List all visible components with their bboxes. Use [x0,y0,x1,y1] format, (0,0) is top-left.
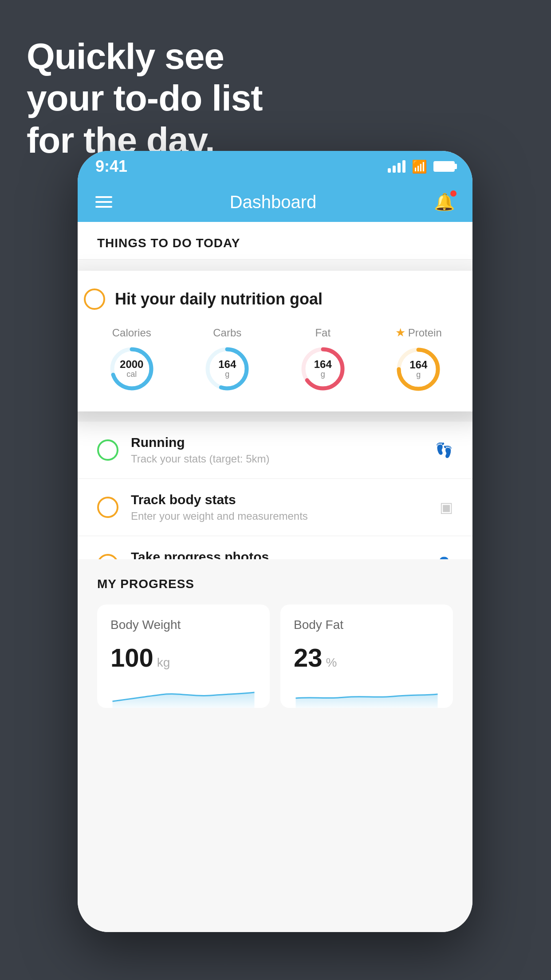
status-bar: 9:41 📶 [78,151,472,182]
section-header: THINGS TO DO TODAY [78,222,472,260]
ring-container-protein: 164 g [394,345,443,394]
headline-line2: your to-do list [27,77,263,119]
ring-calories: Calories 2000 cal [107,327,156,393]
nutrition-rings: Calories 2000 cal [84,326,466,394]
progress-cards: Body Weight 100 kg [97,605,453,708]
body-stats-subtitle: Enter your weight and measurements [131,510,427,522]
nutrition-checkbox[interactable] [84,288,105,310]
notification-dot [450,190,457,197]
scale-icon: ▣ [440,499,453,516]
running-checkbox[interactable] [97,439,118,461]
body-weight-label: Body Weight [110,618,256,632]
ring-protein: ★ Protein 164 g [394,326,443,394]
nav-title: Dashboard [230,192,317,212]
phone-content: THINGS TO DO TODAY Hit your daily nutrit… [78,222,472,932]
star-icon: ★ [395,326,405,340]
shoe-icon: 👣 [435,442,453,458]
nutrition-card-title: Hit your daily nutrition goal [115,290,323,308]
weight-sparkline [110,681,256,708]
ring-container-fat: 164 g [299,344,347,393]
ring-container-calories: 2000 cal [107,344,156,393]
top-nav: Dashboard 🔔 [78,182,472,222]
menu-button[interactable] [95,196,112,208]
section-header-text: THINGS TO DO TODAY [97,236,240,250]
ring-label-carbs: Carbs [213,327,241,339]
phone-frame: 9:41 📶 Dashboard 🔔 [78,151,472,932]
headline: Quickly see your to-do list for the day. [27,36,263,161]
card-title-row: Hit your daily nutrition goal [84,288,466,310]
ring-fat: Fat 164 g [299,327,347,393]
body-fat-unit: % [326,656,337,670]
ring-label-calories: Calories [112,327,151,339]
body-stats-checkbox[interactable] [97,497,118,518]
list-item-running[interactable]: Running Track your stats (target: 5km) 👣 [78,422,472,479]
ring-label-fat: Fat [315,327,331,339]
headline-line1: Quickly see [27,36,263,77]
status-time: 9:41 [95,157,127,176]
nutrition-card: Hit your daily nutrition goal Calories 2 [78,271,472,411]
body-stats-title: Track body stats [131,492,427,507]
ring-label-protein: ★ Protein [395,326,442,340]
ring-carbs: Carbs 164 g [203,327,252,393]
progress-card-weight: Body Weight 100 kg [97,605,270,708]
running-title: Running [131,435,423,450]
body-weight-value: 100 [110,643,153,672]
signal-icon [388,160,405,173]
progress-title: MY PROGRESS [97,577,453,591]
ring-container-carbs: 164 g [203,344,252,393]
body-fat-value: 23 [294,643,323,672]
fat-sparkline [294,681,440,708]
running-subtitle: Track your stats (target: 5km) [131,453,423,465]
status-icons: 📶 [388,159,455,174]
battery-icon [433,161,455,172]
wifi-icon: 📶 [412,159,427,174]
list-item-body-stats[interactable]: Track body stats Enter your weight and m… [78,479,472,536]
body-fat-label: Body Fat [294,618,440,632]
notification-button[interactable]: 🔔 [434,192,455,212]
progress-card-fat: Body Fat 23 % [280,605,453,708]
body-weight-unit: kg [157,656,170,670]
progress-section: MY PROGRESS Body Weight 100 kg [78,559,472,708]
